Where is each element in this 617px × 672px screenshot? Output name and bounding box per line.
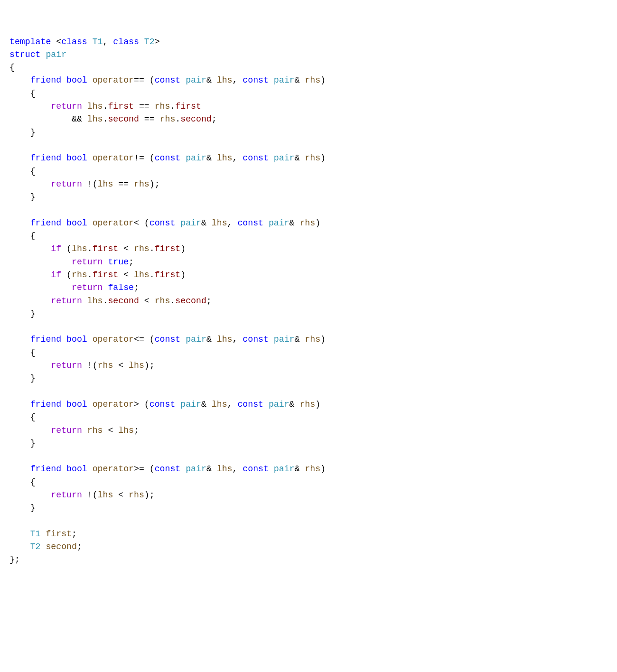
fn-operator-le: operator [93,335,134,344]
keyword-if: if [51,244,61,253]
op-lt: < [118,490,123,500]
keyword-bool: bool [66,75,87,85]
dot: . [150,270,155,280]
dot: . [103,102,108,111]
keyword-const: const [150,218,176,228]
paren-close: ) [320,75,326,85]
type-pair: pair [186,464,206,474]
type-pair: pair [269,400,290,409]
type-pair: pair [274,335,295,344]
paren-open: ( [66,270,72,280]
literal-false: false [108,283,134,292]
keyword-const: const [243,335,269,344]
brace-close: } [30,309,36,318]
literal-true: true [108,257,129,267]
amp: & [206,464,212,474]
paren-close: ) [180,244,186,253]
keyword-struct: struct [9,50,41,59]
member-first: first [155,244,181,253]
var-rhs: rhs [129,490,144,500]
var-lhs: lhs [87,296,103,306]
keyword-return: return [51,179,82,189]
var-lhs: lhs [98,179,113,189]
type-pair: pair [274,75,295,85]
dot: . [170,296,175,306]
op-and: && [72,114,82,124]
keyword-const: const [237,400,263,409]
amp: & [201,218,206,228]
var-rhs: rhs [87,426,103,435]
dot: . [170,102,175,111]
member-decl-first: first [46,529,72,539]
keyword-friend: friend [30,400,62,409]
semicolon: ; [212,114,217,124]
semicolon: ; [72,529,77,539]
type-t1: T1 [30,529,41,539]
dot: . [87,270,93,280]
keyword-bool: bool [66,400,87,409]
amp: & [201,400,206,409]
comma: , [232,75,237,85]
amp: & [206,335,212,344]
fn-operator-ne: operator [93,153,134,163]
keyword-if: if [51,270,61,280]
angle-close: > [155,37,160,47]
brace-open: { [9,63,15,72]
op-lt: < [123,244,129,253]
sym-lt: < [134,218,139,228]
brace-close: } [30,128,36,137]
var-lhs: lhs [98,490,113,500]
keyword-class: class [61,37,87,47]
comma: , [232,153,237,163]
var-lhs: lhs [129,361,144,370]
paren-open: ( [150,153,155,163]
brace-open: { [30,412,36,422]
comma: , [232,335,237,344]
code-block: template <class T1, class T2> struct pai… [9,36,608,567]
type-pair: pair [180,218,201,228]
brace-open: { [30,167,36,176]
keyword-const: const [155,153,181,163]
keyword-friend: friend [30,464,62,474]
op-lt: < [123,270,129,280]
paren-close: ) [320,153,326,163]
semicolon: ; [129,257,134,267]
op-not: !( [87,490,98,500]
comma: , [103,37,108,47]
member-first: first [175,102,201,111]
keyword-const: const [243,153,269,163]
member-first: first [155,270,181,280]
dot: . [175,114,180,124]
type-pair: pair [274,464,295,474]
member-decl-second: second [46,542,77,551]
keyword-return: return [51,426,82,435]
comma: , [232,464,237,474]
fn-operator-eq: operator [93,75,134,85]
param-lhs: lhs [217,335,233,344]
keyword-return: return [72,257,103,267]
semicolon: ; [206,296,212,306]
member-first: first [108,102,134,111]
type-pair: pair [274,153,295,163]
type-pair: pair [186,75,206,85]
keyword-class: class [113,37,139,47]
keyword-const: const [150,400,176,409]
param-lhs: lhs [217,153,233,163]
op-lt: < [118,361,123,370]
amp: & [294,464,299,474]
type-t2: T2 [30,542,41,551]
paren-open: ( [150,464,155,474]
semicolon: ; [134,283,139,292]
var-lhs: lhs [87,102,103,111]
amp: & [290,218,295,228]
var-lhs: lhs [72,244,87,253]
type-pair: pair [186,335,206,344]
comma: , [227,218,233,228]
param-rhs: rhs [299,400,315,409]
type-t2: T2 [144,37,155,47]
var-rhs: rhs [160,114,176,124]
paren-open: ( [66,244,72,253]
keyword-friend: friend [30,218,62,228]
member-first: first [93,244,119,253]
var-rhs: rhs [155,296,170,306]
